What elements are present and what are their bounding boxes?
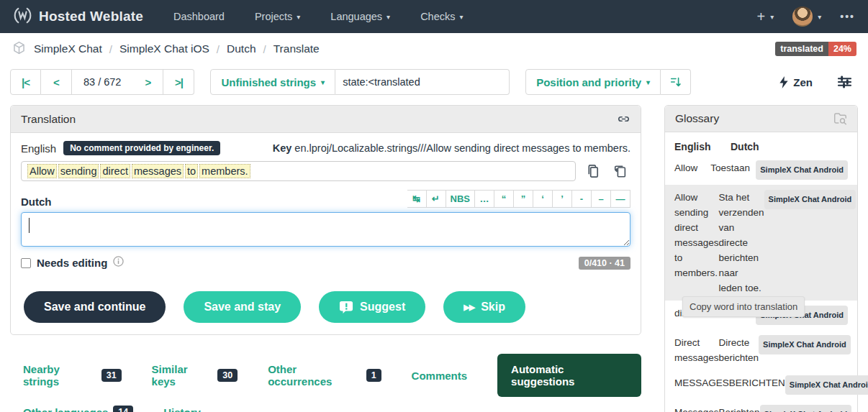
glossary-row-highlighted[interactable]: Allow sending direct messages to members… bbox=[665, 185, 857, 301]
glossary-row[interactable]: direct directe SimpleX Chat Android Copy… bbox=[665, 301, 857, 330]
tab-similar-keys[interactable]: Similar keys30 bbox=[152, 363, 238, 388]
save-and-continue-button[interactable]: Save and continue bbox=[24, 291, 166, 323]
chevron-down-icon: ▾ bbox=[818, 13, 821, 21]
glossary-term[interactable]: messages bbox=[132, 164, 184, 178]
info-icon[interactable] bbox=[113, 256, 124, 270]
search-group: Unfinished strings ▾ bbox=[210, 69, 510, 95]
suggest-button[interactable]: Suggest bbox=[319, 291, 425, 323]
navbar-right: + ▾ ▾ ••• bbox=[757, 6, 855, 27]
breadcrumb-component[interactable]: SimpleX Chat iOS bbox=[119, 42, 209, 55]
tab-automatic-suggestions[interactable]: Automatic suggestions bbox=[497, 354, 641, 397]
glossary-term[interactable]: sending bbox=[58, 164, 99, 178]
insert-open-quote-button[interactable]: “ bbox=[494, 190, 514, 208]
breadcrumb-language[interactable]: Dutch bbox=[227, 42, 256, 55]
glossary-row[interactable]: MESSAGES BERICHTEN SimpleX Chat Android bbox=[665, 370, 857, 400]
glossary-row[interactable]: Direct messages Directe berichten Simple… bbox=[665, 330, 857, 370]
insert-em-dash-button[interactable]: — bbox=[611, 190, 630, 208]
translate-toolbar: |< < 83 / 672 > >| Unfinished strings ▾ … bbox=[0, 65, 868, 95]
sort-direction-button[interactable] bbox=[661, 69, 691, 95]
glossary-term[interactable]: to bbox=[185, 164, 198, 178]
chevron-down-icon: ▾ bbox=[321, 78, 325, 86]
page-position: 83 / 672 bbox=[72, 69, 132, 95]
glossary-source-badge[interactable]: SimpleX Chat Android bbox=[759, 335, 851, 354]
glossary-source-badge[interactable]: SimpleX Chat Android bbox=[764, 190, 856, 209]
translated-percent: 24% bbox=[828, 42, 856, 56]
nav-item-projects[interactable]: Projects▾ bbox=[255, 11, 300, 22]
insert-en-dash-button[interactable]: – bbox=[592, 190, 611, 208]
insert-nbsp-button[interactable]: NBS bbox=[446, 190, 475, 208]
main-content: Translation English No comment provided … bbox=[0, 95, 868, 412]
prev-page-button[interactable]: < bbox=[41, 69, 72, 95]
tab-other-occurrences[interactable]: Other occurrences1 bbox=[268, 363, 381, 388]
insert-close-single-quote-button[interactable]: ’ bbox=[553, 190, 572, 208]
brand-name: Hosted Weblate bbox=[39, 9, 143, 24]
top-navbar: Hosted Weblate Dashboard Projects▾ Langu… bbox=[0, 0, 868, 33]
settings-sliders-icon[interactable] bbox=[837, 75, 852, 89]
insert-open-single-quote-button[interactable]: ‘ bbox=[533, 190, 553, 208]
permalink-icon[interactable] bbox=[617, 112, 630, 126]
string-key: Key en.lproj/Localizable.strings///Allow… bbox=[273, 142, 630, 154]
copy-icon bbox=[587, 164, 600, 179]
insert-hyphen-button[interactable]: - bbox=[572, 190, 592, 208]
first-page-button[interactable]: |< bbox=[10, 69, 41, 95]
nav-item-checks[interactable]: Checks▾ bbox=[420, 11, 463, 22]
filter-dropdown-button[interactable]: Unfinished strings ▾ bbox=[210, 69, 335, 95]
length-counter-badge: 0/410 · 41 bbox=[579, 257, 630, 270]
glossary-source-badge[interactable]: SimpleX Chat Android bbox=[760, 405, 852, 412]
glossary-term[interactable]: Allow bbox=[27, 164, 57, 178]
translation-panel: Translation English No comment provided … bbox=[10, 105, 641, 335]
tab-nearby-strings[interactable]: Nearby strings31 bbox=[23, 363, 122, 388]
glossary-term[interactable]: members. bbox=[199, 164, 250, 178]
needs-editing-checkbox[interactable] bbox=[21, 258, 31, 268]
breadcrumb-project[interactable]: SimpleX Chat bbox=[34, 42, 102, 55]
tab-other-languages[interactable]: Other languages14 bbox=[23, 406, 133, 412]
avatar bbox=[792, 6, 813, 27]
insert-tab-button[interactable]: ↹ bbox=[407, 190, 427, 208]
needs-editing-label: Needs editing bbox=[37, 257, 107, 269]
translation-input-wrap bbox=[21, 212, 630, 250]
glossary-row[interactable]: Messages Berichten SimpleX Chat Android bbox=[665, 400, 857, 412]
weblate-logo-icon bbox=[13, 6, 32, 28]
copy-source-button[interactable] bbox=[583, 161, 603, 181]
count-badge: 14 bbox=[113, 406, 133, 412]
add-menu-button[interactable]: + ▾ bbox=[757, 9, 774, 25]
last-page-button[interactable]: >| bbox=[163, 69, 194, 95]
chevron-down-icon: ▾ bbox=[646, 78, 650, 86]
glossary-source-badge[interactable]: SimpleX Chat Android bbox=[785, 375, 868, 395]
more-menu-button[interactable]: ••• bbox=[840, 11, 855, 22]
translated-progress-badge: translated 24% bbox=[775, 42, 856, 56]
glossary-term[interactable]: direct bbox=[100, 164, 130, 178]
insert-close-quote-button[interactable]: ” bbox=[514, 190, 533, 208]
next-page-button[interactable]: > bbox=[132, 69, 163, 95]
glossary-source-badge[interactable]: SimpleX Chat Android bbox=[756, 160, 848, 180]
nav-menu: Dashboard Projects▾ Languages▾ Checks▾ bbox=[173, 11, 464, 22]
skip-button[interactable]: ▶▶ Skip bbox=[443, 291, 525, 323]
zen-mode-button[interactable]: Zen bbox=[779, 76, 813, 88]
needs-editing-row: Needs editing 0/410 · 41 bbox=[21, 256, 630, 270]
user-menu-button[interactable]: ▾ bbox=[792, 6, 821, 27]
translation-panel-title: Translation bbox=[21, 113, 76, 126]
copy-word-tooltip: Copy word into translation bbox=[682, 296, 805, 317]
sort-dropdown-button[interactable]: Position and priority ▾ bbox=[525, 69, 661, 95]
nav-item-languages[interactable]: Languages▾ bbox=[330, 11, 390, 22]
search-input[interactable] bbox=[335, 69, 510, 95]
breadcrumb-page[interactable]: Translate bbox=[273, 42, 320, 55]
save-and-stay-button[interactable]: Save and stay bbox=[184, 291, 301, 323]
insert-ellipsis-button[interactable]: … bbox=[475, 190, 494, 208]
glossary-col-dutch: Dutch bbox=[731, 141, 801, 152]
source-string-row: Allowsendingdirectmessagestomembers. bbox=[21, 161, 630, 181]
tab-history[interactable]: History bbox=[163, 406, 201, 412]
translation-textarea[interactable] bbox=[21, 212, 630, 247]
insert-newline-button[interactable]: ↵ bbox=[427, 190, 446, 208]
copy-and-save-button[interactable] bbox=[610, 161, 630, 181]
pagination: |< < 83 / 672 > >| bbox=[10, 69, 194, 95]
browse-glossary-icon[interactable] bbox=[833, 112, 847, 125]
right-column: Glossary English Dutch Allow Toestaan bbox=[664, 105, 858, 412]
nav-item-dashboard[interactable]: Dashboard bbox=[173, 11, 225, 22]
count-badge: 1 bbox=[366, 369, 381, 382]
comment-badge: No comment provided by engineer. bbox=[63, 141, 220, 155]
tab-comments[interactable]: Comments bbox=[412, 370, 468, 382]
brand[interactable]: Hosted Weblate bbox=[13, 6, 143, 28]
glossary-row[interactable]: Allow Toestaan SimpleX Chat Android bbox=[665, 155, 857, 185]
glossary-table: English Dutch Allow Toestaan SimpleX Cha… bbox=[665, 132, 857, 412]
